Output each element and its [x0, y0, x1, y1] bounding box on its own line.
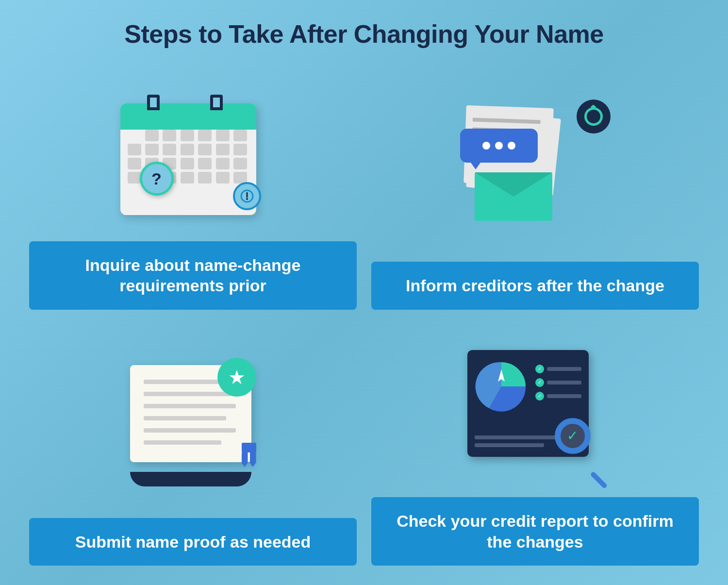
illustration-calendar: ?: [29, 68, 357, 241]
chat-bubble: [460, 129, 538, 163]
label-box-1: Inquire about name-change requirements p…: [29, 241, 357, 310]
cards-grid: ? Inquire about name-change requirements…: [29, 68, 699, 566]
envelope: [475, 172, 552, 221]
card-1-label: Inquire about name-change requirements p…: [44, 255, 342, 296]
star-icon: ★: [228, 366, 246, 388]
check-1: ✓: [535, 365, 544, 373]
card-2-label: Inform creditors after the change: [386, 275, 684, 296]
card-inquire: ? Inquire about name-change requirements…: [29, 68, 357, 310]
illustration-credit-report: ✓ ✓ ✓: [371, 324, 699, 498]
card-creditors: Inform creditors after the change: [371, 68, 699, 310]
ring-gem: [591, 105, 596, 110]
number-badge: [233, 182, 261, 210]
mag-circle: ✓: [555, 418, 591, 454]
star-badge: ★: [217, 358, 256, 397]
chat-dot-2: [495, 142, 503, 150]
illustration-certificate: ★: [29, 324, 357, 518]
envelope-body: [475, 172, 552, 221]
label-box-4: Check your credit report to confirm the …: [371, 497, 699, 566]
scroll-curl: [130, 472, 251, 486]
chat-dot-1: [482, 142, 490, 150]
calendar-ring-left: [147, 95, 160, 110]
card-credit-report: ✓ ✓ ✓: [371, 324, 699, 566]
main-title: Steps to Take After Changing Your Name: [124, 19, 603, 49]
check-2: ✓: [535, 378, 544, 387]
check-3: ✓: [535, 392, 544, 401]
label-box-3: Submit name proof as needed: [29, 518, 357, 566]
ring-badge: [577, 100, 611, 134]
question-mark-badge: ?: [140, 162, 174, 196]
report-lines-right: ✓ ✓ ✓: [535, 365, 581, 405]
ribbon-tail-left: [242, 452, 248, 467]
card-certificate: ★ Submit name proof as needed: [29, 324, 357, 566]
mag-check-icon: ✓: [567, 428, 578, 444]
pie-chart: [475, 360, 528, 413]
ribbon-top: [242, 443, 256, 452]
chat-dot-3: [508, 142, 515, 150]
ribbon: [242, 443, 256, 467]
ring-icon: [584, 107, 603, 126]
ribbon-tail-right: [250, 452, 256, 467]
magnifying-glass: ✓: [555, 418, 608, 471]
calendar-ring-right: [210, 95, 223, 110]
ribbon-tails: [242, 452, 256, 467]
envelope-flap: [475, 172, 552, 197]
illustration-creditor: [371, 68, 699, 262]
label-box-2: Inform creditors after the change: [371, 262, 699, 310]
card-4-label: Check your credit report to confirm the …: [386, 511, 684, 552]
card-3-label: Submit name proof as needed: [44, 532, 342, 552]
page-wrapper: Steps to Take After Changing Your Name: [0, 0, 728, 585]
mag-handle: [590, 471, 608, 489]
svg-point-2: [246, 198, 248, 200]
